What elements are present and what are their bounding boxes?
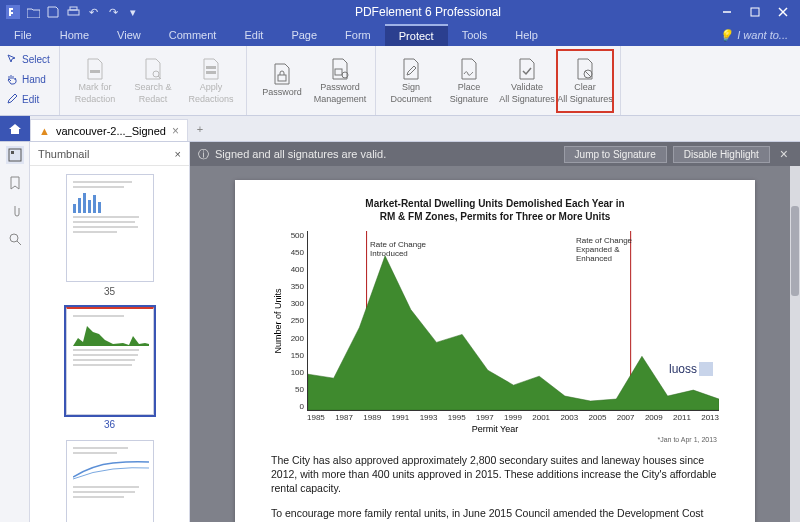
validate-signatures-button[interactable]: ValidateAll Signatures — [498, 49, 556, 113]
chart-title: Market-Rental Dwelling Units Demolished … — [271, 198, 719, 223]
lock-icon — [271, 62, 293, 86]
menu-file[interactable]: File — [0, 24, 46, 46]
page-viewport[interactable]: Market-Rental Dwelling Units Demolished … — [190, 166, 800, 522]
select-tool[interactable]: Select — [6, 50, 53, 68]
vertical-scrollbar[interactable] — [790, 166, 800, 522]
scrollbar-thumb[interactable] — [791, 206, 799, 296]
menu-protect[interactable]: Protect — [385, 24, 448, 46]
svg-rect-1 — [68, 10, 79, 15]
maximize-button[interactable] — [742, 3, 768, 21]
password-management-button[interactable]: PasswordManagement — [311, 49, 369, 113]
lightbulb-icon: 💡 — [719, 29, 733, 42]
chart-yaxis: 500450400350300250200150100500 — [285, 231, 307, 411]
chart-annotation-1: Rate of ChangeIntroduced — [370, 241, 426, 259]
menu-form[interactable]: Form — [331, 24, 385, 46]
chart: Number of Units 500450400350300250200150… — [271, 231, 719, 411]
password-button[interactable]: Password — [253, 49, 311, 113]
body-paragraph-2: To encourage more family rental units, i… — [271, 506, 719, 522]
chart-ylabel: Number of Units — [273, 288, 283, 353]
hand-tool[interactable]: Hand — [6, 70, 53, 88]
bookmarks-panel-icon[interactable] — [6, 174, 24, 192]
ribbon-group-redaction: Mark forRedaction Search &Redact ApplyRe… — [60, 46, 247, 115]
menu-home[interactable]: Home — [46, 24, 103, 46]
svg-line-16 — [585, 71, 591, 77]
close-sigbar-icon[interactable]: × — [776, 146, 792, 162]
search-redact-button[interactable]: Search &Redact — [124, 49, 182, 113]
thumbnail-panel-header: Thumbnail × — [30, 142, 189, 166]
minimize-button[interactable] — [714, 3, 740, 21]
home-tab[interactable] — [0, 116, 30, 141]
svg-rect-12 — [278, 75, 286, 81]
document-apply-icon — [200, 57, 222, 81]
undo-icon[interactable]: ↶ — [84, 3, 102, 21]
disable-highlight-button[interactable]: Disable Highlight — [673, 146, 770, 163]
info-icon: ⓘ — [198, 147, 209, 162]
menu-comment[interactable]: Comment — [155, 24, 231, 46]
print-icon[interactable] — [64, 3, 82, 21]
chart-footnote: *Jan to Apr 1, 2013 — [271, 436, 717, 443]
svg-rect-13 — [335, 69, 342, 75]
search-panel-icon[interactable] — [6, 230, 24, 248]
menu-tools[interactable]: Tools — [448, 24, 502, 46]
svg-rect-18 — [11, 151, 14, 154]
edit-tool[interactable]: Edit — [6, 90, 53, 108]
document-tab-label: vancouver-2..._Signed — [56, 125, 166, 137]
redo-icon[interactable]: ↷ — [104, 3, 122, 21]
chart-xlabel: Permit Year — [271, 424, 719, 434]
qat-dropdown-icon[interactable]: ▾ — [124, 3, 142, 21]
sign-document-button[interactable]: SignDocument — [382, 49, 440, 113]
svg-point-19 — [10, 234, 18, 242]
document-search-icon — [142, 57, 164, 81]
close-panel-icon[interactable]: × — [175, 148, 181, 160]
document-check-icon — [516, 57, 538, 81]
thumbnail-page-36[interactable]: 36 — [66, 307, 154, 430]
ribbon-quick-tools: Select Hand Edit — [0, 46, 60, 115]
clear-all-signatures-button[interactable]: ClearAll Signatures — [556, 49, 614, 113]
apply-redactions-button[interactable]: ApplyRedactions — [182, 49, 240, 113]
place-signature-button[interactable]: PlaceSignature — [440, 49, 498, 113]
signature-status-bar: ⓘ Signed and all signatures are valid. J… — [190, 142, 800, 166]
document-tab[interactable]: ▲ vancouver-2..._Signed × — [30, 119, 188, 141]
save-icon[interactable] — [44, 3, 62, 21]
close-button[interactable] — [770, 3, 796, 21]
mark-for-redaction-button[interactable]: Mark forRedaction — [66, 49, 124, 113]
document-pen-icon — [400, 57, 422, 81]
svg-rect-17 — [9, 149, 21, 161]
app-logo-icon — [4, 3, 22, 21]
thumbnail-page-35[interactable]: 35 — [66, 174, 154, 297]
chart-annotation-2: Rate of ChangeExpanded &Enhanced — [576, 237, 636, 263]
warning-icon: ▲ — [39, 125, 50, 137]
document-icon — [84, 57, 106, 81]
menu-page[interactable]: Page — [277, 24, 331, 46]
ribbon-group-signatures: SignDocument PlaceSignature ValidateAll … — [376, 46, 621, 115]
menu-edit[interactable]: Edit — [230, 24, 277, 46]
chart-xaxis: 1985198719891991199319951997199920012003… — [307, 413, 719, 422]
menu-view[interactable]: View — [103, 24, 155, 46]
lock-gear-icon — [329, 57, 351, 81]
attachments-panel-icon[interactable] — [6, 202, 24, 220]
svg-rect-11 — [206, 71, 216, 74]
chart-plot: Rate of ChangeIntroduced Rate of ChangeE… — [307, 231, 719, 411]
svg-rect-4 — [751, 8, 759, 16]
quick-access-toolbar: ↶ ↷ ▾ — [4, 3, 142, 21]
body-paragraph-1: The City has also approved approximately… — [271, 453, 719, 496]
thumbnail-list[interactable]: 35 36 37 — [30, 166, 189, 522]
new-tab-button[interactable]: + — [188, 116, 212, 141]
window-controls — [714, 3, 796, 21]
open-icon[interactable] — [24, 3, 42, 21]
svg-marker-24 — [308, 256, 719, 410]
tell-me-search[interactable]: 💡I want to... — [707, 29, 800, 42]
close-tab-icon[interactable]: × — [172, 124, 179, 138]
signature-status-message: Signed and all signatures are valid. — [215, 148, 386, 160]
jump-to-signature-button[interactable]: Jump to Signature — [564, 146, 667, 163]
workspace: Thumbnail × 35 36 — [0, 142, 800, 522]
thumbnail-panel: Thumbnail × 35 36 — [30, 142, 190, 522]
svg-rect-2 — [70, 7, 77, 10]
menu-help[interactable]: Help — [501, 24, 552, 46]
thumbnail-panel-title: Thumbnail — [38, 148, 89, 160]
page-content: Market-Rental Dwelling Units Demolished … — [235, 180, 755, 522]
thumbnails-panel-icon[interactable] — [6, 146, 24, 164]
thumbnail-page-37[interactable]: 37 — [66, 440, 154, 522]
ribbon-group-password: Password PasswordManagement — [247, 46, 376, 115]
document-clear-icon — [574, 57, 596, 81]
